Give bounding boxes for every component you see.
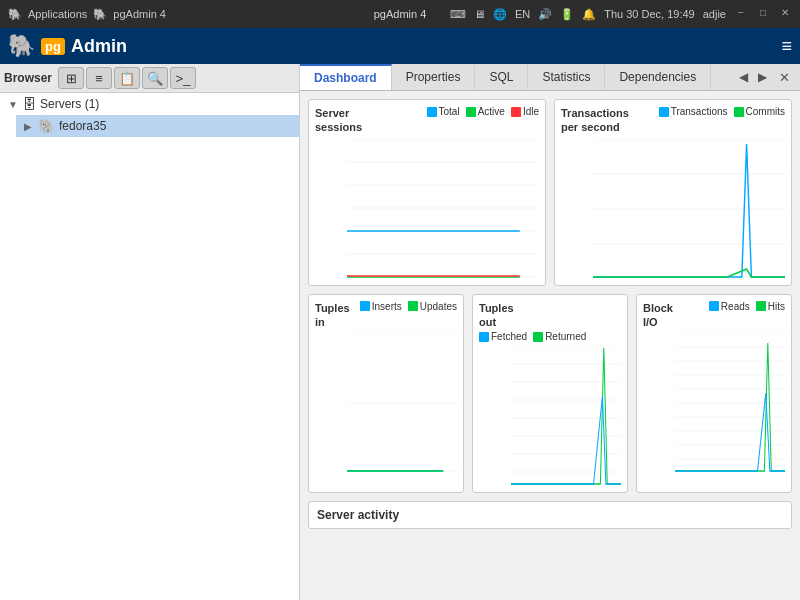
legend-transactions: Transactions xyxy=(659,106,728,117)
fetched-color xyxy=(479,332,489,342)
servers-arrow-icon: ▼ xyxy=(8,99,22,110)
network-icon: 🖥 xyxy=(474,8,485,20)
block-io-panel: BlockI/O Reads Hits xyxy=(636,294,792,494)
elephant-icon: 🐘 xyxy=(8,33,35,59)
block-io-title: BlockI/O xyxy=(643,301,673,330)
pgadmin-taskbar-icon: 🐘 xyxy=(93,8,107,21)
server-arrow-icon: ▶ xyxy=(24,121,38,132)
app-icon: 🐘 xyxy=(8,8,22,21)
pgadmin-taskbar-label: pgAdmin 4 xyxy=(113,8,166,20)
tuples-in-panel: Tuplesin Inserts Updates xyxy=(308,294,464,494)
tab-properties[interactable]: Properties xyxy=(392,65,476,89)
view-button[interactable]: ⊞ xyxy=(58,67,84,89)
terminal-button[interactable]: >_ xyxy=(170,67,196,89)
transactions-label: Transactions xyxy=(671,106,728,117)
locale-icon: 🌐 xyxy=(493,8,507,21)
search-button[interactable]: 🔍 xyxy=(142,67,168,89)
menubar: 🐘 pgAdmin ≡ xyxy=(0,28,800,64)
legend-fetched: Fetched xyxy=(479,331,527,342)
minimize-button[interactable]: − xyxy=(734,7,748,21)
tab-navigation: ◀ ▶ ✕ xyxy=(731,68,800,87)
fetched-label: Fetched xyxy=(491,331,527,342)
tabs-bar: Dashboard Properties SQL Statistics Depe… xyxy=(300,64,800,91)
logo-pg: pg xyxy=(41,38,65,55)
maximize-button[interactable]: □ xyxy=(756,7,770,21)
content-area: Dashboard Properties SQL Statistics Depe… xyxy=(300,64,800,600)
block-io-chart: 160 140 120 100 80 60 40 20 0 xyxy=(675,333,785,473)
tuples-out-chart: 1400 1200 1000 800 600 400 200 0 xyxy=(511,346,621,486)
server-activity-bar: Server activity xyxy=(308,501,792,529)
transactions-title: Transactionsper second xyxy=(561,106,629,135)
server-sessions-panel: Serversessions Total Active xyxy=(308,99,546,286)
tab-next-button[interactable]: ▶ xyxy=(754,68,771,87)
servers-children: ▶ 🐘 fedora35 xyxy=(16,115,299,137)
main-layout: Browser ⊞ ≡ 📋 🔍 >_ ▼ 🗄 Servers (1) ▶ 🐘 f… xyxy=(0,64,800,600)
legend-idle: Idle xyxy=(511,106,539,117)
commits-color xyxy=(734,107,744,117)
total-color xyxy=(427,107,437,117)
total-label: Total xyxy=(439,106,460,117)
tab-sql[interactable]: SQL xyxy=(475,65,528,89)
active-label: Active xyxy=(478,106,505,117)
legend-active: Active xyxy=(466,106,505,117)
tab-prev-button[interactable]: ◀ xyxy=(735,68,752,87)
idle-label: Idle xyxy=(523,106,539,117)
user-label: adjie xyxy=(703,8,726,20)
legend-commits: Commits xyxy=(734,106,785,117)
logo-admin: Admin xyxy=(71,36,127,57)
clock-label: Thu 30 Dec, 19:49 xyxy=(604,8,695,20)
window-title: pgAdmin 4 xyxy=(374,8,427,20)
copy-button[interactable]: 📋 xyxy=(114,67,140,89)
sidebar-tree: ▼ 🗄 Servers (1) ▶ 🐘 fedora35 xyxy=(0,93,299,600)
transactions-legend: Transactions Commits xyxy=(659,106,785,117)
servers-group[interactable]: ▼ 🗄 Servers (1) xyxy=(0,93,299,115)
tab-close-button[interactable]: ✕ xyxy=(773,68,796,87)
server-name: fedora35 xyxy=(59,119,106,133)
titlebar-left: 🐘 Applications 🐘 pgAdmin 4 xyxy=(8,8,166,21)
tab-dependencies[interactable]: Dependencies xyxy=(605,65,711,89)
tuples-in-header: Tuplesin Inserts Updates xyxy=(315,301,457,330)
tuples-out-panel: Tuplesout Fetched Returned xyxy=(472,294,628,494)
app-name-label: Applications xyxy=(28,8,87,20)
legend-updates: Updates xyxy=(408,301,457,312)
block-io-chart-wrapper: 160 140 120 100 80 60 40 20 0 xyxy=(675,333,785,473)
tuples-out-legend: Fetched Returned xyxy=(479,331,586,342)
keyboard-icon: ⌨ xyxy=(450,8,466,21)
server-item-fedora35[interactable]: ▶ 🐘 fedora35 xyxy=(16,115,299,137)
titlebar-right: ⌨ 🖥 🌐 EN 🔊 🔋 🔔 Thu 30 Dec, 19:49 adjie −… xyxy=(450,7,792,21)
server-activity-label: Server activity xyxy=(317,508,399,522)
tuples-in-chart: 1 0 xyxy=(347,333,457,473)
legend-returned: Returned xyxy=(533,331,586,342)
transactions-panel: Transactionsper second Transactions Comm… xyxy=(554,99,792,286)
returned-label: Returned xyxy=(545,331,586,342)
block-io-legend: Reads Hits xyxy=(709,301,785,312)
battery-icon: 🔋 xyxy=(560,8,574,21)
hamburger-menu[interactable]: ≡ xyxy=(781,36,792,57)
legend-reads: Reads xyxy=(709,301,750,312)
tab-dashboard[interactable]: Dashboard xyxy=(300,64,392,90)
close-button[interactable]: ✕ xyxy=(778,7,792,21)
top-charts-row: Serversessions Total Active xyxy=(308,99,792,286)
server-sessions-legend: Total Active Idle xyxy=(427,106,539,117)
tuples-out-chart-wrapper: 1400 1200 1000 800 600 400 200 0 xyxy=(511,346,621,486)
tab-statistics[interactable]: Statistics xyxy=(528,65,605,89)
server-sessions-title: Serversessions xyxy=(315,106,362,135)
tuples-in-title: Tuplesin xyxy=(315,301,350,330)
active-color xyxy=(466,107,476,117)
inserts-color xyxy=(360,301,370,311)
titlebar: 🐘 Applications 🐘 pgAdmin 4 pgAdmin 4 ⌨ 🖥… xyxy=(0,0,800,28)
reads-color xyxy=(709,301,719,311)
hits-label: Hits xyxy=(768,301,785,312)
server-icon: 🐘 xyxy=(38,118,55,134)
transactions-chart: 3 2 1 0 xyxy=(593,139,785,279)
reads-label: Reads xyxy=(721,301,750,312)
volume-icon: 🔊 xyxy=(538,8,552,21)
server-sessions-chart-wrapper: 6 5 4 3 2 1 0 xyxy=(347,139,539,279)
block-io-header: BlockI/O Reads Hits xyxy=(643,301,785,330)
updates-label: Updates xyxy=(420,301,457,312)
hits-color xyxy=(756,301,766,311)
menu-button[interactable]: ≡ xyxy=(86,67,112,89)
sidebar: Browser ⊞ ≡ 📋 🔍 >_ ▼ 🗄 Servers (1) ▶ 🐘 f… xyxy=(0,64,300,600)
updates-color xyxy=(408,301,418,311)
sidebar-title-label: Browser xyxy=(4,71,52,85)
